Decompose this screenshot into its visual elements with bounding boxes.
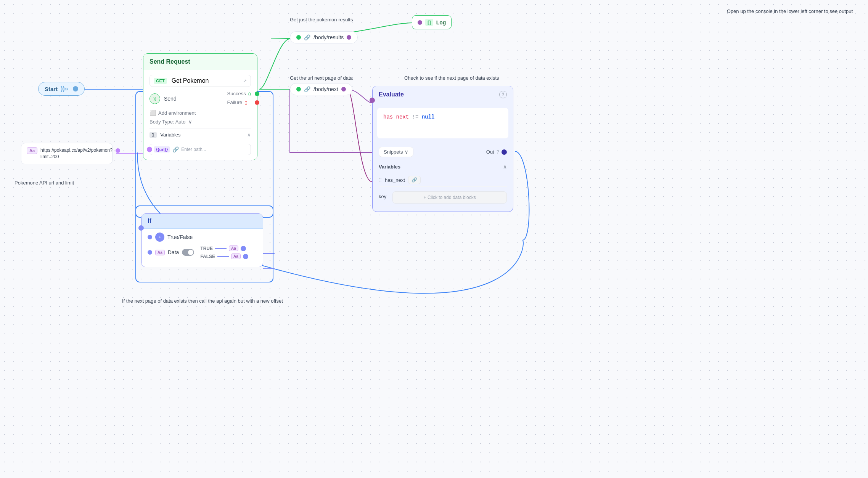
variable-node: Aa https://pokeapi.co/api/v2/pokemon?lim… bbox=[21, 143, 113, 164]
chevron-down-icon: ∨ bbox=[188, 119, 192, 125]
path-results-port-left bbox=[296, 35, 301, 40]
tf-icon: ≈ bbox=[155, 233, 164, 242]
snippets-button[interactable]: Snippets ∨ bbox=[379, 147, 413, 157]
true-label: TRUE bbox=[200, 246, 213, 251]
monitor-icon: ⬜ bbox=[149, 110, 156, 116]
tf-port-left bbox=[148, 235, 152, 239]
url-var-badge: {{url}} bbox=[154, 146, 170, 152]
out-port: Out ? bbox=[486, 149, 507, 155]
body-type-label: Body Type: Auto bbox=[149, 119, 185, 125]
annotation-get-url-next: Get the url next page of data bbox=[290, 74, 353, 82]
link-icon: 🔗 bbox=[304, 34, 310, 40]
evaluate-port-right bbox=[502, 149, 507, 155]
code-variable: has_next bbox=[383, 114, 409, 120]
path-results-node: 🔗 /body/results bbox=[290, 31, 358, 43]
start-node: Start ))» bbox=[38, 82, 85, 96]
path-next-port-left bbox=[296, 87, 301, 91]
send-request-header: Send Request bbox=[143, 54, 257, 70]
evaluate-help-icon[interactable]: ? bbox=[499, 91, 507, 98]
send-request-title: Send Request bbox=[149, 58, 190, 65]
get-badge: GET bbox=[154, 78, 167, 84]
start-port-right bbox=[73, 86, 78, 91]
path-results-port-right bbox=[347, 35, 351, 40]
annotation-check-next: Check to see if the next page of data ex… bbox=[404, 74, 499, 82]
success-out-port bbox=[255, 91, 259, 96]
endpoint-row: GET Get Pokemon ↗ bbox=[149, 75, 251, 87]
send-port-icon: )) bbox=[149, 93, 160, 104]
data-port-left bbox=[148, 250, 152, 255]
success-port: Success () bbox=[227, 91, 251, 96]
evaluate-port-left bbox=[370, 98, 375, 103]
true-branch: TRUE Aa bbox=[200, 245, 248, 251]
enter-path-placeholder[interactable]: Enter path... bbox=[181, 147, 206, 152]
variables-label: Variables bbox=[160, 132, 180, 138]
evaluate-title: Evaluate bbox=[379, 91, 404, 98]
false-line bbox=[217, 256, 229, 257]
log-brackets: [] bbox=[425, 19, 433, 26]
false-branch: FALSE Aa bbox=[200, 253, 248, 259]
variable-port-right bbox=[116, 148, 120, 153]
vars-title: Variables bbox=[379, 164, 400, 170]
var-link-button[interactable]: 🔗 bbox=[408, 176, 421, 184]
data-label: Data bbox=[168, 249, 179, 255]
variable-value: https://pokeapi.co/api/v2/pokemon?limit=… bbox=[40, 147, 113, 160]
send-request-node: Send Request GET Get Pokemon ↗ )) Send S… bbox=[143, 53, 257, 160]
false-aa-badge: Aa bbox=[231, 253, 241, 259]
log-node: [] Log bbox=[412, 15, 452, 29]
annotation-if-next: If the next page of data exists then cal… bbox=[122, 297, 283, 305]
code-operator: != bbox=[412, 114, 422, 120]
start-label: Start bbox=[45, 86, 58, 92]
vars-header: Variables ∧ bbox=[379, 164, 507, 170]
data-aa-badge: Aa bbox=[155, 250, 165, 255]
var-key-name: key bbox=[379, 194, 386, 199]
add-env-row: ⬜ Add environment bbox=[149, 110, 251, 116]
aa-badge: Aa bbox=[27, 147, 37, 154]
false-label: FALSE bbox=[200, 254, 215, 259]
true-port-right bbox=[241, 246, 246, 251]
drag-handle-icon: ⁚⁚ bbox=[379, 177, 382, 183]
evaluate-header: Evaluate ? bbox=[373, 86, 513, 103]
path-next-port-right bbox=[341, 87, 346, 91]
snippets-label: Snippets bbox=[384, 149, 403, 155]
code-null: null bbox=[422, 114, 435, 120]
url-var-row: {{url}} 🔗 Enter path... bbox=[149, 144, 251, 155]
evaluate-variables-section: Variables ∧ ⁚⁚ has_next 🔗 key + Click to… bbox=[373, 161, 513, 212]
send-request-body: GET Get Pokemon ↗ )) Send Success () Fai… bbox=[143, 70, 257, 160]
log-port-left bbox=[418, 20, 422, 25]
path-next-label: /body/next bbox=[313, 86, 338, 92]
snippets-chevron-icon: ∨ bbox=[405, 149, 408, 155]
true-false-label: True/False bbox=[167, 234, 193, 240]
external-link-icon[interactable]: ↗ bbox=[243, 78, 247, 83]
true-false-row: ≈ True/False bbox=[148, 233, 257, 242]
data-row: Aa Data TRUE Aa FALSE Aa bbox=[148, 245, 257, 259]
send-label: Send bbox=[164, 96, 177, 102]
true-line bbox=[215, 248, 227, 249]
toggle-switch[interactable] bbox=[182, 249, 194, 256]
false-port-right bbox=[243, 254, 248, 259]
if-title: If bbox=[148, 218, 151, 224]
link-icon-next: 🔗 bbox=[304, 86, 310, 92]
path-results-label: /body/results bbox=[313, 34, 344, 40]
if-node: If ≈ True/False Aa Data TRUE Aa bbox=[141, 213, 263, 267]
evaluate-node: Evaluate ? has_next != null Snippets ∨ O… bbox=[372, 86, 513, 212]
send-row: )) Send Success () Failure () bbox=[149, 91, 251, 107]
start-wave-icon: ))» bbox=[61, 85, 68, 92]
if-port-left bbox=[138, 225, 144, 231]
variables-row: 1 Variables ∧ bbox=[149, 128, 251, 141]
path-next-node: 🔗 /body/next bbox=[290, 83, 352, 95]
failure-out-port bbox=[255, 100, 259, 105]
body-type-row: Body Type: Auto ∨ bbox=[149, 119, 251, 125]
true-aa-badge: Aa bbox=[229, 245, 238, 251]
variables-count: 1 bbox=[149, 132, 157, 138]
var-item-has-next: ⁚⁚ has_next 🔗 bbox=[379, 173, 507, 187]
annotation-get-results: Get just the pokemon results bbox=[290, 16, 353, 24]
annotation-pokemon-api: Pokemone API url and limit bbox=[14, 179, 74, 187]
endpoint-label: Get Pokemon bbox=[172, 77, 209, 84]
annotation-console: Open up the console in the lower left co… bbox=[727, 8, 853, 15]
out-label: Out bbox=[486, 149, 494, 155]
var-item-key: key + Click to add data blocks bbox=[379, 187, 507, 207]
failure-label: Failure bbox=[227, 99, 243, 105]
chevron-up-icon: ∧ bbox=[247, 132, 251, 138]
add-data-blocks-button[interactable]: + Click to add data blocks bbox=[392, 191, 507, 204]
vars-chevron-icon: ∧ bbox=[503, 164, 507, 170]
